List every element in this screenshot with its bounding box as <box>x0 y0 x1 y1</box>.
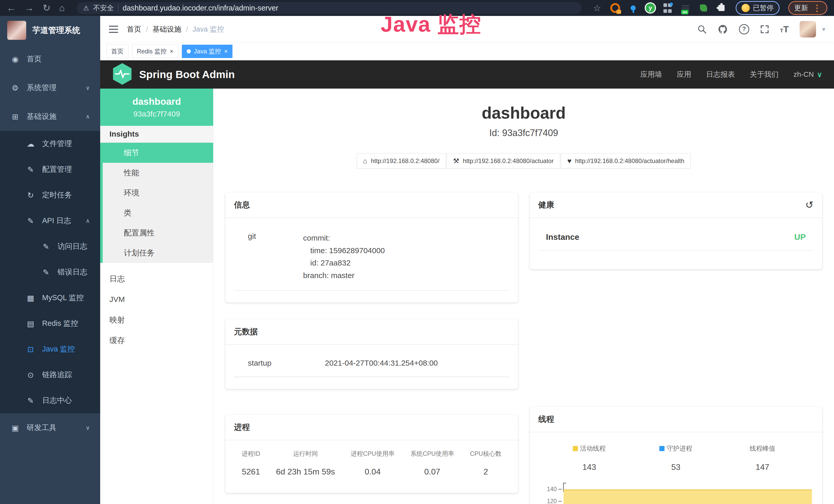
breadcrumb-home[interactable]: 首页 <box>127 24 141 34</box>
tick-mark <box>558 489 562 489</box>
chrome-update-button[interactable]: 更新 ⋮ <box>788 1 827 15</box>
breadcrumb-current: Java 监控 <box>193 24 224 34</box>
forward-icon[interactable]: → <box>25 3 34 13</box>
address-bar[interactable]: ⚠ 不安全 dashboard.yudao.iocoder.cn/infra/a… <box>76 2 581 14</box>
sidebar-item-system-management[interactable]: ⚙ 系统管理 ∨ <box>0 73 100 102</box>
sba-menu-lower: 日志 JVM 映射 缓存 <box>100 263 213 351</box>
github-icon[interactable] <box>717 24 728 35</box>
col-header: 运行时间 <box>276 450 335 458</box>
extension-colorzilla-icon[interactable] <box>610 3 620 13</box>
sba-menu-classes[interactable]: 类 <box>103 203 213 223</box>
tab-home[interactable]: 首页 <box>106 45 128 58</box>
sidebar-item-log-center[interactable]: ✎ 日志中心 <box>0 388 100 413</box>
extension-grid-icon[interactable] <box>662 3 673 13</box>
sba-menu-environment[interactable]: 环境 <box>103 183 213 203</box>
health-url-chip[interactable]: ♥ http://192.168.0.2:48080/actuator/heal… <box>561 153 691 169</box>
tab-label: Java 监控 <box>194 47 221 55</box>
sba-nav-applications[interactable]: 应用 <box>677 70 691 79</box>
database-table-icon: ▦ <box>26 294 36 302</box>
home-icon: ⌂ <box>363 157 367 165</box>
sidebar-item-label: 配置管理 <box>42 164 72 175</box>
extension-pin-icon[interactable] <box>628 3 639 13</box>
breadcrumb-infrastructure[interactable]: 基础设施 <box>153 24 181 34</box>
sba-menu-logs[interactable]: 日志 <box>100 269 213 289</box>
close-icon[interactable]: × <box>170 48 173 55</box>
tab-redis-monitor[interactable]: Redis 监控 × <box>132 45 178 58</box>
extension-leaf-icon[interactable] <box>698 3 709 13</box>
instance-header[interactable]: dashboard 93a3fc7f7409 <box>100 89 213 126</box>
extension-switch-icon[interactable]: on <box>680 3 691 13</box>
eye-icon: ⊙ <box>26 370 36 380</box>
profile-paused-chip[interactable]: 已暂停 <box>736 1 780 15</box>
back-icon[interactable]: ← <box>7 3 16 13</box>
sidebar-item-mysql-monitor[interactable]: ▦ MySQL 监控 <box>0 285 100 311</box>
search-icon[interactable] <box>697 25 707 34</box>
browser-menu-kebab-icon[interactable]: ⋮ <box>813 4 821 12</box>
fullscreen-icon[interactable] <box>760 25 769 34</box>
sidebar-item-redis-monitor[interactable]: ▤ Redis 监控 <box>0 311 100 336</box>
extension-on-badge: on <box>681 10 688 15</box>
extensions-puzzle-icon[interactable] <box>716 3 727 13</box>
sba-menu-mappings[interactable]: 映射 <box>100 310 213 330</box>
live-threads-area-series <box>564 489 812 504</box>
security-label[interactable]: 不安全 <box>93 3 114 13</box>
sba-menu-caches[interactable]: 缓存 <box>100 330 213 351</box>
edit-icon: ✎ <box>26 165 36 174</box>
health-instance-row[interactable]: Instance UP <box>539 229 814 251</box>
sidebar-item-label: 定时任务 <box>42 190 72 200</box>
sba-nav-wallboard[interactable]: 应用墙 <box>640 70 662 79</box>
sidebar-item-api-logs[interactable]: ✎ API 日志 ∧ <box>0 208 100 234</box>
sba-nav-journal[interactable]: 日志报表 <box>706 70 735 79</box>
sba-menu-config-props[interactable]: 配置属性 <box>103 223 213 243</box>
col-header: 进程CPU使用率 <box>351 450 395 458</box>
sba-locale-select[interactable]: zh-CN ∨ <box>793 70 822 79</box>
tab-java-monitor[interactable]: Java 监控 × <box>182 45 233 58</box>
timer-icon: ↻ <box>26 191 36 200</box>
service-url-chip[interactable]: ⌂ http://192.168.0.2:48080/ <box>357 153 446 169</box>
actuator-url-chip[interactable]: ⚒ http://192.168.0.2:48080/actuator <box>447 153 560 169</box>
help-icon[interactable]: ? <box>739 24 749 35</box>
sidebar-item-home[interactable]: ◉ 首页 <box>0 45 100 73</box>
sba-nav: 应用墙 应用 日志报表 关于我们 zh-CN ∨ <box>640 70 822 79</box>
font-size-icon[interactable]: TT <box>780 24 789 35</box>
sidebar-item-error-logs[interactable]: ✎ 错误日志 <box>0 259 100 285</box>
collapse-sidebar-icon[interactable] <box>109 26 118 33</box>
browser-home-icon[interactable]: ⌂ <box>59 3 65 13</box>
extension-y-icon[interactable]: y <box>646 3 655 13</box>
sidebar-item-java-monitor[interactable]: ⊡ Java 监控 <box>0 336 100 362</box>
tick-mark <box>558 501 562 502</box>
col-value: 0.07 <box>411 467 454 477</box>
history-icon[interactable]: ↺ <box>805 200 813 210</box>
sidebar-item-config-management[interactable]: ✎ 配置管理 <box>0 157 100 182</box>
sba-nav-about[interactable]: 关于我们 <box>750 70 778 79</box>
sba-menu-metrics[interactable]: 性能 <box>103 163 213 183</box>
breadcrumb-separator: / <box>186 25 188 33</box>
bookmark-star-icon[interactable]: ☆ <box>593 4 601 12</box>
annotation-java-monitor-label: Java 监控 <box>381 10 481 39</box>
sidebar-item-scheduled-jobs[interactable]: ↻ 定时任务 <box>0 182 100 208</box>
sba-menu-details[interactable]: 细节 <box>100 143 213 163</box>
paused-label: 已暂停 <box>753 3 774 13</box>
sidebar-item-access-logs[interactable]: ✎ 访问日志 <box>0 234 100 259</box>
sba-menu-scheduled-tasks[interactable]: 计划任务 <box>103 243 213 263</box>
legend-swatch-blue <box>659 446 664 451</box>
info-value: commit: time: 1596289704000 id: 27aa832 … <box>303 232 385 282</box>
sidebar-item-dev-tools[interactable]: ▣ 研发工具 ∨ <box>0 413 100 442</box>
sidebar-item-label: 研发工具 <box>27 422 57 433</box>
close-icon[interactable]: × <box>224 48 227 55</box>
refresh-icon[interactable]: ↻ <box>43 3 50 13</box>
sba-logo-icon <box>112 63 133 86</box>
avatar-caret-icon[interactable]: ▾ <box>822 26 825 33</box>
app-title: 芋道管理系统 <box>32 25 80 36</box>
sba-brand-title[interactable]: Spring Boot Admin <box>139 69 235 81</box>
user-avatar[interactable] <box>799 21 816 38</box>
breadcrumb-separator: / <box>146 25 148 33</box>
log-edit-icon: ✎ <box>41 242 51 251</box>
sidebar-item-file-management[interactable]: ☁ 文件管理 <box>0 131 100 157</box>
sba-menu-jvm[interactable]: JVM <box>100 289 213 310</box>
status-badge: UP <box>794 232 806 242</box>
sidebar-item-tracing[interactable]: ⊙ 链路追踪 <box>0 362 100 388</box>
url-text[interactable]: dashboard.yudao.iocoder.cn/infra/admin-s… <box>123 4 278 12</box>
sidebar-item-infrastructure[interactable]: ⊞ 基础设施 ∧ <box>0 102 100 131</box>
col-header: CPU核心数 <box>470 450 502 458</box>
